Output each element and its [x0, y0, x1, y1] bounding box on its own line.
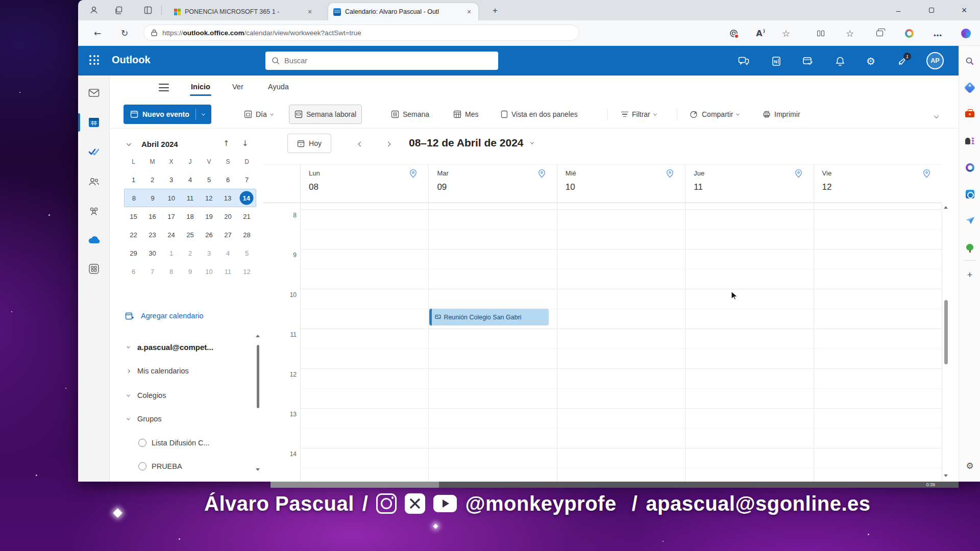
- sidebar-games-icon[interactable]: [959, 133, 980, 148]
- add-event-pin-icon[interactable]: [923, 169, 930, 180]
- account-avatar[interactable]: AP: [926, 52, 944, 69]
- browser-profile-icon[interactable]: [88, 4, 100, 16]
- view-day-button[interactable]: Día: [239, 105, 278, 124]
- day-column-header[interactable]: Mar09: [428, 165, 556, 204]
- sidebar-outlook-icon[interactable]: [959, 186, 980, 202]
- minical-day-cell[interactable]: 7: [237, 176, 256, 184]
- tab-ayuda[interactable]: Ayuda: [266, 82, 291, 92]
- onenote-icon[interactable]: N: [770, 55, 783, 68]
- collections-icon[interactable]: [872, 27, 887, 40]
- tips-icon[interactable]: 1: [896, 55, 909, 68]
- notifications-icon[interactable]: [834, 55, 847, 68]
- minical-day-cell[interactable]: 5: [237, 249, 256, 257]
- calendar-grid[interactable]: 891011121314Reunión Colegio San Gabri: [263, 203, 959, 482]
- sidebar-settings-icon[interactable]: ⚙: [959, 458, 980, 473]
- sidebar-tools-icon[interactable]: [959, 107, 980, 122]
- minical-day-cell[interactable]: 11: [218, 268, 237, 276]
- app-launcher-icon[interactable]: [89, 55, 99, 65]
- tab-actions-icon[interactable]: [142, 4, 154, 16]
- next-week-icon[interactable]: [386, 139, 390, 148]
- minical-day-cell[interactable]: 7: [143, 268, 162, 276]
- minical-day-cell[interactable]: 10: [162, 194, 181, 202]
- settings-gear-icon[interactable]: ⚙: [864, 55, 877, 68]
- add-event-pin-icon[interactable]: [795, 169, 802, 180]
- minical-day-cell[interactable]: 6: [218, 176, 237, 184]
- minical-day-cell[interactable]: 22: [124, 231, 143, 239]
- address-bar[interactable]: https://outlook.office.com/calendar/view…: [143, 24, 579, 41]
- chevron-down-icon[interactable]: [119, 346, 137, 348]
- minical-next-icon[interactable]: ↓: [242, 139, 249, 148]
- minical-day-cell[interactable]: 13: [218, 194, 237, 202]
- split-view-button[interactable]: Vista en dos paneles: [496, 105, 583, 124]
- minical-day-cell[interactable]: 11: [181, 194, 200, 202]
- minical-day-cell[interactable]: 3: [162, 176, 181, 184]
- minical-day-cell[interactable]: 10: [200, 268, 218, 276]
- new-event-dropdown[interactable]: [196, 113, 211, 116]
- minical-day-cell[interactable]: 2: [143, 176, 162, 184]
- new-tab-button[interactable]: +: [488, 4, 502, 17]
- sidebar-account[interactable]: a.pascual@compet...: [110, 339, 263, 355]
- copilot-icon[interactable]: [959, 27, 973, 40]
- sidebar-item-mis-calendarios[interactable]: Mis calendarios: [110, 363, 263, 379]
- minical-day-cell[interactable]: 5: [200, 176, 218, 184]
- minical-day-cell[interactable]: 24: [162, 231, 181, 239]
- favorite-star-icon[interactable]: ☆: [779, 27, 793, 40]
- day-column-header[interactable]: Jue11: [685, 165, 813, 204]
- todo-icon[interactable]: [78, 143, 110, 161]
- hamburger-menu-icon[interactable]: [159, 84, 169, 91]
- sidebar-item-colegios[interactable]: Colegios: [110, 388, 263, 403]
- sidebar-shopping-icon[interactable]: [959, 80, 980, 95]
- close-button[interactable]: ×: [952, 0, 976, 20]
- minical-day-cell[interactable]: 1: [124, 176, 143, 184]
- chevron-down-icon[interactable]: [530, 140, 533, 144]
- tracking-prevention-icon[interactable]: [726, 27, 741, 40]
- more-menu-icon[interactable]: …: [930, 27, 945, 40]
- minical-day-cell[interactable]: 18: [181, 213, 200, 220]
- minical-day-cell[interactable]: 6: [124, 268, 143, 276]
- sidebar-m365-icon[interactable]: [959, 160, 980, 175]
- add-event-pin-icon[interactable]: [666, 169, 674, 180]
- day-column-header[interactable]: Lun08: [300, 165, 428, 204]
- folder-scrollbar[interactable]: [257, 345, 259, 408]
- chevron-down-icon[interactable]: [119, 418, 137, 420]
- minical-day-cell[interactable]: 23: [143, 231, 162, 239]
- refresh-icon[interactable]: ↻: [118, 27, 131, 39]
- previous-week-icon[interactable]: [359, 139, 362, 148]
- view-month-button[interactable]: Mes: [448, 105, 483, 124]
- minical-day-cell[interactable]: 16: [143, 213, 162, 220]
- groups-icon[interactable]: [78, 202, 110, 220]
- today-button[interactable]: Hoy: [287, 134, 331, 153]
- minical-day-cell[interactable]: 26: [200, 231, 218, 239]
- search-box[interactable]: [265, 52, 498, 70]
- minical-day-cell[interactable]: 30: [143, 249, 162, 257]
- filter-button[interactable]: Filtrar: [616, 105, 662, 124]
- calendar-event[interactable]: Reunión Colegio San Gabri: [429, 309, 548, 325]
- tab-ver[interactable]: Ver: [230, 82, 246, 92]
- minical-day-cell[interactable]: 25: [181, 231, 200, 239]
- minimize-button[interactable]: –: [887, 0, 910, 20]
- scroll-up-icon[interactable]: [944, 206, 948, 209]
- onedrive-icon[interactable]: [78, 231, 110, 249]
- sidebar-item-prueba[interactable]: PRUEBA: [110, 459, 263, 474]
- tab-close-icon[interactable]: ×: [306, 8, 314, 16]
- minical-day-cell[interactable]: 19: [200, 213, 218, 220]
- day-column-header[interactable]: Vie12: [814, 165, 942, 204]
- teams-chat-icon[interactable]: [737, 55, 750, 68]
- minical-day-cell[interactable]: 12: [200, 194, 218, 202]
- minical-day-cell[interactable]: 2: [181, 249, 200, 257]
- view-week-button[interactable]: Semana: [386, 105, 434, 124]
- back-icon[interactable]: ←: [91, 27, 104, 39]
- tab-inicio[interactable]: Inicio: [189, 82, 212, 92]
- people-icon[interactable]: [78, 172, 110, 191]
- chevron-right-icon[interactable]: [119, 370, 137, 372]
- share-button[interactable]: Compartir: [684, 105, 744, 124]
- tab-calendario[interactable]: Calendario: Alvaro Pascual - Outl ×: [328, 3, 478, 20]
- mail-icon[interactable]: [78, 84, 110, 102]
- minical-day-cell[interactable]: 27: [218, 231, 237, 239]
- minical-day-cell[interactable]: 4: [218, 249, 237, 257]
- calendar-checkbox[interactable]: [138, 439, 146, 447]
- minical-day-cell[interactable]: 1: [162, 249, 181, 257]
- new-event-button[interactable]: Nuevo evento: [124, 105, 211, 124]
- add-calendar-button[interactable]: Agregar calendario: [110, 308, 263, 323]
- sidebar-item-grupos[interactable]: Grupos: [110, 411, 263, 427]
